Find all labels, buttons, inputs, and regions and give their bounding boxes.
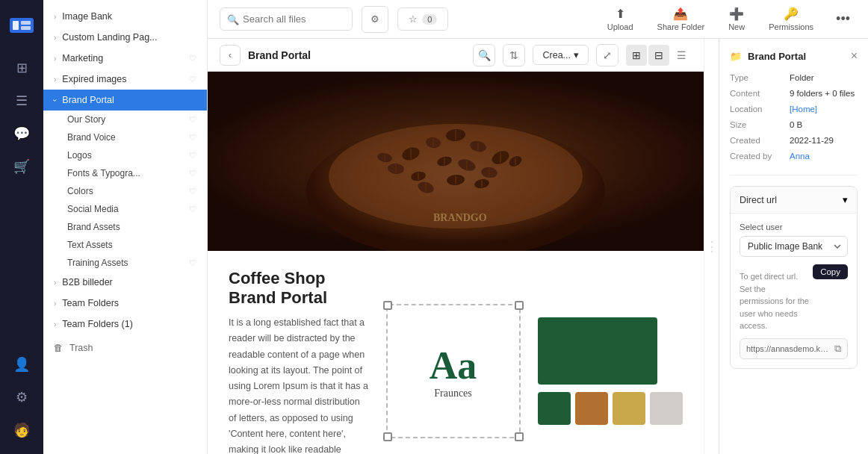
sub-item-label: Colors xyxy=(67,186,93,196)
heart-icon: ♡ xyxy=(189,187,196,196)
favorites-count: 0 xyxy=(422,14,437,25)
arrow-icon: › xyxy=(54,279,56,287)
nav-shop-icon[interactable]: 🛒 xyxy=(7,152,37,181)
sidebar: › Image Bank › Custom Landing Pag... › M… xyxy=(43,0,208,454)
back-icon: ‹ xyxy=(229,49,232,60)
new-button[interactable]: ➕ New xyxy=(721,4,752,34)
direct-url-card: Direct url ▾ Select user Public Image Ba… xyxy=(730,186,858,369)
create-button[interactable]: Crea... ▾ xyxy=(533,45,589,65)
share-folder-button[interactable]: 📤 Share Folder xyxy=(650,4,713,34)
direct-url-toggle[interactable]: Direct url ▾ xyxy=(731,187,857,214)
nav-account-icon[interactable]: 👤 xyxy=(7,349,37,379)
expand-button[interactable]: ⤢ xyxy=(596,44,619,66)
back-button[interactable]: ‹ xyxy=(220,45,241,66)
font-display: Aa xyxy=(430,343,477,388)
nav-settings-icon[interactable]: ⚙ xyxy=(7,382,37,412)
created-by-value[interactable]: Anna xyxy=(790,152,810,161)
brand-portal-title: Coffee Shop Brand Portal xyxy=(229,269,368,308)
sidebar-sub-training-assets[interactable]: Training Assets ♡ xyxy=(43,254,207,272)
sidebar-item-team-folders[interactable]: › Team Folders xyxy=(43,293,207,314)
collapse-icon: ▾ xyxy=(843,194,848,205)
panel-row-location: Location [Home] xyxy=(730,105,858,114)
sub-item-label: Text Assets xyxy=(67,240,113,250)
sidebar-item-expired-images[interactable]: › Expired images ♡ xyxy=(43,69,207,90)
share-folder-label: Share Folder xyxy=(657,22,705,31)
list-view-button[interactable]: ☰ xyxy=(671,45,692,66)
grid-view-2-button[interactable]: ⊟ xyxy=(648,45,669,66)
expand-icon: ⤢ xyxy=(603,49,612,61)
sidebar-item-label: B2B billeder xyxy=(62,277,112,287)
sub-item-label: Logos xyxy=(67,150,92,161)
permissions-button[interactable]: 🔑 Permissions xyxy=(761,4,821,34)
panel-row-type: Type Folder xyxy=(730,73,858,82)
sidebar-sub-brand-voice[interactable]: Brand Voice ♡ xyxy=(43,128,207,146)
sidebar-sub-fonts[interactable]: Fonts & Typogra... ♡ xyxy=(43,164,207,182)
favorites-button[interactable]: ☆ 0 xyxy=(397,7,448,31)
sub-item-label: Social Media xyxy=(67,204,119,214)
sidebar-sub-logos[interactable]: Logos ♡ xyxy=(43,146,207,164)
heart-icon: ♡ xyxy=(189,75,196,84)
type-value: Folder xyxy=(790,73,814,82)
page-title: Brand Portal xyxy=(248,49,311,61)
search-input[interactable] xyxy=(220,7,353,31)
content-search-button[interactable]: 🔍 xyxy=(473,44,495,66)
view-toggle: ⊞ ⊟ ☰ xyxy=(626,45,692,66)
nav-list-icon[interactable]: ☰ xyxy=(7,86,37,116)
location-value[interactable]: [Home] xyxy=(790,105,817,114)
direct-url-body: Select user Public Image Bank To get dir… xyxy=(731,214,857,368)
sidebar-sub-text-assets[interactable]: Text Assets xyxy=(43,236,207,254)
nav-chat-icon[interactable]: 💬 xyxy=(7,119,37,149)
chevron-down-icon: ▾ xyxy=(574,49,579,60)
search-icon: 🔍 xyxy=(478,49,491,61)
location-label: Location xyxy=(730,105,790,114)
create-label: Crea... xyxy=(542,50,571,60)
top-toolbar: 🔍 ⚙ ☆ 0 ⬆ Upload 📤 Share Folder ➕ New 🔑 … xyxy=(208,0,868,39)
sidebar-item-marketing[interactable]: › Marketing ♡ xyxy=(43,48,207,69)
right-panel: 📁 Brand Portal × Type Folder Content 9 f… xyxy=(719,39,868,454)
created-by-label: Created by xyxy=(730,152,790,161)
nav-person-icon[interactable]: 🧑 xyxy=(7,415,37,445)
filter-icon: ⚙ xyxy=(371,13,379,25)
arrow-icon: › xyxy=(54,320,56,329)
sidebar-item-label: Marketing xyxy=(62,53,103,63)
app-logo xyxy=(5,9,38,50)
grid-view-button[interactable]: ⊞ xyxy=(626,45,647,66)
upload-button[interactable]: ⬆ Upload xyxy=(600,4,641,34)
trash-label: Trash xyxy=(69,343,93,353)
content-sort-button[interactable]: ⇅ xyxy=(503,44,525,66)
more-button[interactable]: ••• xyxy=(830,8,856,30)
sidebar-item-label: Custom Landing Pag... xyxy=(62,32,157,43)
filter-button[interactable]: ⚙ xyxy=(362,6,388,33)
sidebar-sub-social-media[interactable]: Social Media ♡ xyxy=(43,200,207,218)
sort-icon: ⇅ xyxy=(509,49,518,61)
sidebar-sub-our-story[interactable]: Our Story ♡ xyxy=(43,111,207,128)
color-swatches-section xyxy=(538,269,683,454)
copy-button[interactable]: Copy xyxy=(813,264,848,279)
permissions-label: Permissions xyxy=(769,22,813,31)
sidebar-item-brand-portal[interactable]: › Brand Portal xyxy=(43,90,207,111)
dashed-container: Aa Fraunces xyxy=(386,304,521,438)
color-swatch-green xyxy=(538,392,571,425)
sidebar-item-trash[interactable]: 🗑 Trash xyxy=(43,338,207,358)
sidebar-item-team-folders-1[interactable]: › Team Folders (1) xyxy=(43,314,207,335)
panel-row-created-by: Created by Anna xyxy=(730,152,858,161)
sidebar-item-b2b[interactable]: › B2B billeder xyxy=(43,272,207,293)
sidebar-sub-colors[interactable]: Colors ♡ xyxy=(43,182,207,200)
font-name: Fraunces xyxy=(430,388,477,399)
sidebar-item-image-bank[interactable]: › Image Bank xyxy=(43,6,207,27)
search-icon: 🔍 xyxy=(227,13,239,25)
panel-title: 📁 Brand Portal xyxy=(730,51,806,62)
panel-row-created: Created 2022-11-29 xyxy=(730,136,858,145)
svg-text:BRANDGO: BRANDGO xyxy=(433,212,487,223)
new-icon: ➕ xyxy=(729,7,744,21)
content-header: ‹ Brand Portal 🔍 ⇅ Crea... ▾ ⤢ ⊞ xyxy=(208,39,704,72)
drag-handle[interactable]: ⋮ xyxy=(704,39,719,454)
sidebar-sub-brand-assets[interactable]: Brand Assets xyxy=(43,218,207,236)
user-select[interactable]: Public Image Bank xyxy=(740,236,848,257)
sidebar-item-custom-landing[interactable]: › Custom Landing Pag... xyxy=(43,27,207,48)
nav-grid-icon[interactable]: ⊞ xyxy=(7,53,37,83)
share-icon: 📤 xyxy=(673,7,688,21)
content-area: ‹ Brand Portal 🔍 ⇅ Crea... ▾ ⤢ ⊞ xyxy=(208,39,868,454)
panel-close-button[interactable]: × xyxy=(851,49,858,63)
copy-url-icon[interactable]: ⧉ xyxy=(834,343,841,355)
